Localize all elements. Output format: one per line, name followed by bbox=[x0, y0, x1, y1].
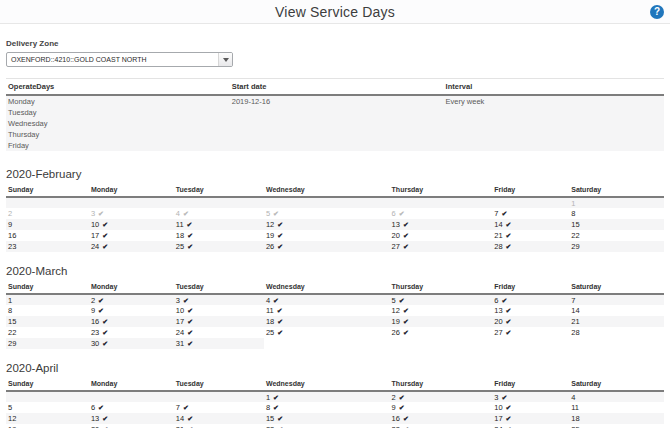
day-number: 5 bbox=[8, 403, 12, 412]
day-number: 22 bbox=[571, 231, 579, 240]
calendar-week-row: 1213✔14✔15✔16✔17✔18 bbox=[6, 413, 664, 424]
day-number: 15 bbox=[8, 317, 16, 326]
calendar-day-cell: 8 bbox=[569, 208, 664, 219]
day-of-week-header: Monday bbox=[89, 378, 174, 391]
day-number: 7 bbox=[176, 403, 180, 412]
calendar-day-cell: 25✔ bbox=[264, 327, 390, 338]
check-icon: ✔ bbox=[102, 243, 108, 251]
check-icon: ✔ bbox=[187, 232, 193, 240]
calendar-day-cell: 22✔ bbox=[264, 424, 390, 428]
calendar-day-cell: 24✔ bbox=[174, 327, 264, 338]
calendar-day-cell: 26✔ bbox=[390, 327, 493, 338]
day-number: 1 bbox=[571, 199, 575, 208]
calendar-week-row: 910✔11✔12✔13✔14✔15 bbox=[6, 219, 664, 230]
check-icon: ✔ bbox=[277, 221, 283, 229]
day-number: 8 bbox=[8, 306, 12, 315]
calendar-header-row: SundayMondayTuesdayWednesdayThursdayFrid… bbox=[6, 281, 664, 294]
calendar-day-cell: 1✔ bbox=[264, 391, 390, 402]
calendar-day-cell: 29 bbox=[569, 241, 664, 252]
calendar-day-cell: 11✔ bbox=[174, 219, 264, 230]
check-icon: ✔ bbox=[506, 329, 512, 337]
check-icon: ✔ bbox=[102, 340, 108, 348]
calendar-day-cell bbox=[492, 197, 569, 208]
calendar-day-cell: 22 bbox=[6, 327, 89, 338]
day-number: 2 bbox=[91, 296, 95, 305]
day-number: 17 bbox=[494, 414, 502, 423]
chevron-down-icon[interactable] bbox=[218, 53, 232, 66]
operate-day-cell: Tuesday bbox=[6, 107, 230, 118]
calendar-table: SundayMondayTuesdayWednesdayThursdayFrid… bbox=[6, 184, 664, 252]
day-number: 2 bbox=[8, 209, 12, 218]
calendar-day-cell: 5 bbox=[6, 402, 89, 413]
check-icon: ✔ bbox=[187, 221, 193, 229]
interval-cell bbox=[444, 107, 664, 118]
calendar-day-cell: 12✔ bbox=[264, 219, 390, 230]
day-number: 6 bbox=[392, 209, 396, 218]
check-icon: ✔ bbox=[273, 404, 279, 412]
day-number: 15 bbox=[571, 220, 579, 229]
calendar-day-cell: 2 bbox=[6, 208, 89, 219]
day-number: 23 bbox=[91, 328, 99, 337]
check-icon: ✔ bbox=[277, 232, 283, 240]
start-date-cell bbox=[230, 129, 444, 140]
calendar-day-cell: 11 bbox=[569, 402, 664, 413]
check-icon: ✔ bbox=[277, 329, 283, 337]
day-number: 28 bbox=[494, 242, 502, 251]
day-of-week-header: Wednesday bbox=[264, 184, 390, 197]
day-number: 10 bbox=[494, 403, 502, 412]
operate-day-cell: Thursday bbox=[6, 129, 230, 140]
calendar-week-row: 1 bbox=[6, 197, 664, 208]
day-number: 23 bbox=[8, 242, 16, 251]
operate-day-cell: Wednesday bbox=[6, 118, 230, 129]
calendar-day-cell: 6✔ bbox=[89, 402, 174, 413]
check-icon: ✔ bbox=[273, 297, 279, 305]
check-icon: ✔ bbox=[187, 329, 193, 337]
help-icon[interactable]: ? bbox=[650, 5, 664, 19]
start-date-cell bbox=[230, 118, 444, 129]
day-number: 14 bbox=[176, 414, 184, 423]
check-icon: ✔ bbox=[183, 210, 189, 218]
check-icon: ✔ bbox=[98, 404, 104, 412]
day-of-week-header: Wednesday bbox=[264, 281, 390, 294]
calendar-day-cell: 1 bbox=[6, 294, 89, 305]
calendar-header-row: SundayMondayTuesdayWednesdayThursdayFrid… bbox=[6, 378, 664, 391]
calendar-day-cell: 19✔ bbox=[264, 230, 390, 241]
calendar-day-cell: 29 bbox=[6, 338, 89, 349]
check-icon: ✔ bbox=[403, 232, 409, 240]
calendar-day-cell: 23✔ bbox=[89, 327, 174, 338]
check-icon: ✔ bbox=[102, 318, 108, 326]
calendar-day-cell: 7✔ bbox=[174, 402, 264, 413]
day-number: 7 bbox=[571, 296, 575, 305]
check-icon: ✔ bbox=[273, 210, 279, 218]
day-of-week-header: Saturday bbox=[569, 281, 664, 294]
day-number: 10 bbox=[91, 220, 99, 229]
calendar-day-cell bbox=[6, 197, 89, 208]
day-number: 21 bbox=[571, 317, 579, 326]
day-number: 4 bbox=[266, 296, 270, 305]
day-number: 31 bbox=[176, 339, 184, 348]
calendar-day-cell: 17✔ bbox=[492, 413, 569, 424]
start-date-cell bbox=[230, 140, 444, 151]
calendar-day-cell: 3✔ bbox=[174, 294, 264, 305]
calendar-day-cell: 3✔ bbox=[492, 391, 569, 402]
day-number: 1 bbox=[8, 296, 12, 305]
day-of-week-header: Tuesday bbox=[174, 281, 264, 294]
day-number: 16 bbox=[8, 231, 16, 240]
check-icon: ✔ bbox=[98, 297, 104, 305]
calendar-day-cell bbox=[6, 391, 89, 402]
day-number: 18 bbox=[571, 414, 579, 423]
calendar-day-cell: 18 bbox=[569, 413, 664, 424]
calendar-day-cell: 13✔ bbox=[89, 413, 174, 424]
delivery-zone-select[interactable]: OXENFORD::4210::GOLD COAST NORTH bbox=[6, 52, 233, 67]
day-number: 9 bbox=[392, 403, 396, 412]
day-number: 20 bbox=[392, 231, 400, 240]
calendar-day-cell: 26✔ bbox=[264, 241, 390, 252]
day-of-week-header: Wednesday bbox=[264, 378, 390, 391]
day-number: 27 bbox=[392, 242, 400, 251]
check-icon: ✔ bbox=[187, 318, 193, 326]
day-number: 19 bbox=[392, 317, 400, 326]
check-icon: ✔ bbox=[273, 394, 279, 402]
calendar-day-cell: 20✔ bbox=[89, 424, 174, 428]
interval-cell bbox=[444, 140, 664, 151]
start-date-cell bbox=[230, 107, 444, 118]
